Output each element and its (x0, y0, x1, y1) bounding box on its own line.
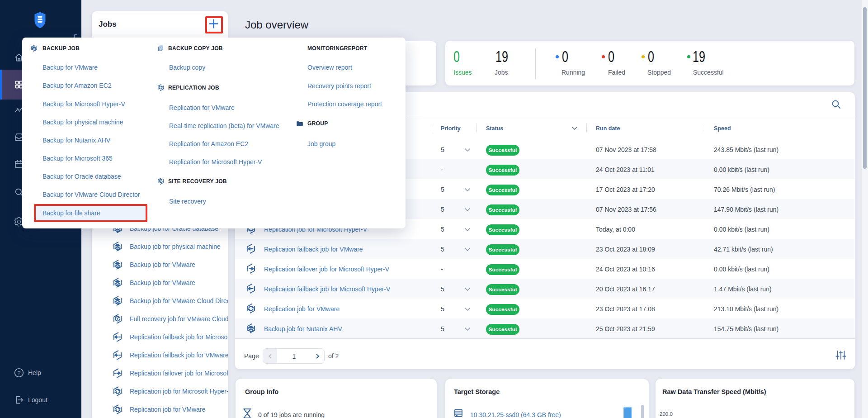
svg-text:?: ? (18, 370, 21, 376)
